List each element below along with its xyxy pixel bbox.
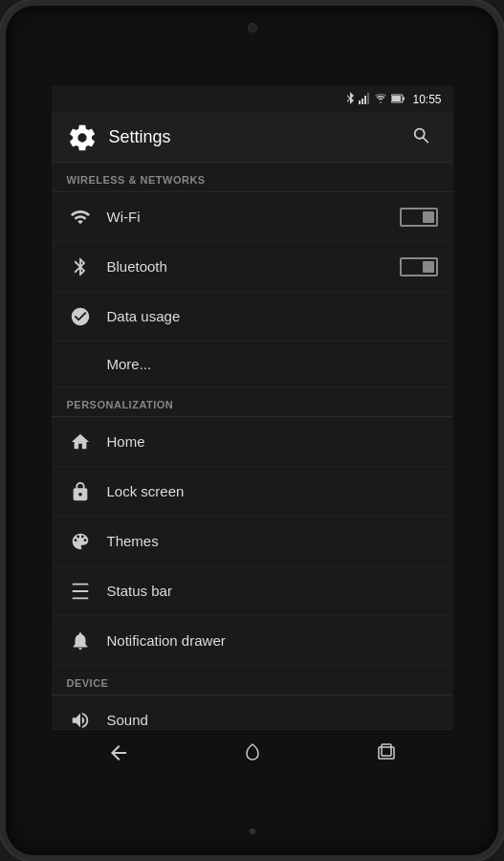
settings-item-home[interactable]: Home (52, 417, 453, 467)
signal-status-icon (359, 93, 370, 106)
home-icon (67, 429, 94, 455)
bottom-dot (250, 828, 255, 834)
wifi-status-icon (374, 94, 387, 105)
recents-button[interactable] (367, 734, 405, 772)
wifi-icon (67, 204, 94, 231)
lock-screen-icon (67, 478, 94, 505)
svg-rect-0 (359, 100, 361, 104)
bluetooth-toggle[interactable] (400, 257, 438, 276)
status-bar-label: Status bar (107, 583, 438, 599)
settings-item-wifi[interactable]: Wi-Fi (52, 192, 453, 242)
more-item[interactable]: More... (52, 342, 453, 387)
themes-label: Themes (107, 533, 438, 549)
section-header-personalization: PERSONALIZATION (52, 387, 453, 417)
settings-item-data-usage[interactable]: Data usage (52, 292, 453, 342)
notification-drawer-label: Notification drawer (107, 632, 438, 649)
themes-icon (67, 528, 94, 555)
back-icon (107, 741, 130, 764)
svg-rect-5 (403, 98, 405, 100)
wifi-label: Wi-Fi (107, 209, 400, 225)
battery-status-icon (391, 94, 405, 105)
sound-icon (67, 707, 94, 730)
nav-bar (52, 729, 453, 775)
time-display: 10:55 (412, 93, 441, 106)
settings-gear-icon (67, 122, 98, 153)
status-icons: 10:55 (345, 92, 441, 107)
svg-rect-2 (364, 96, 366, 104)
lock-screen-label: Lock screen (107, 483, 438, 499)
tablet-frame: 10:55 Settings WIRELESS & NETWORKS (0, 0, 504, 861)
settings-item-bluetooth[interactable]: Bluetooth (52, 242, 453, 292)
search-button[interactable] (405, 120, 438, 155)
bluetooth-icon (67, 254, 94, 280)
sound-label: Sound (107, 712, 438, 728)
data-usage-icon (67, 303, 94, 330)
data-usage-label: Data usage (107, 308, 438, 324)
app-bar-title: Settings (109, 127, 405, 147)
bluetooth-status-icon (345, 92, 355, 107)
screen: 10:55 Settings WIRELESS & NETWORKS (52, 86, 453, 775)
settings-item-sound[interactable]: Sound (52, 695, 453, 729)
app-bar: Settings (52, 113, 453, 163)
status-bar: 10:55 (52, 86, 453, 113)
recents-icon (375, 741, 398, 764)
back-button[interactable] (99, 734, 138, 772)
svg-rect-12 (382, 744, 391, 756)
notification-drawer-icon (67, 628, 94, 654)
section-header-wireless: WIRELESS & NETWORKS (52, 163, 453, 192)
home-nav-icon (241, 741, 264, 764)
svg-rect-6 (392, 96, 401, 101)
svg-rect-3 (367, 93, 369, 104)
home-button[interactable] (233, 734, 272, 772)
bluetooth-label: Bluetooth (107, 258, 400, 275)
wifi-toggle[interactable] (400, 208, 438, 227)
section-header-device: DEVICE (52, 666, 453, 695)
settings-item-themes[interactable]: Themes (52, 517, 453, 566)
settings-item-notification-drawer[interactable]: Notification drawer (52, 616, 453, 666)
more-label: More... (107, 356, 152, 372)
status-bar-icon (67, 578, 94, 605)
settings-item-status-bar[interactable]: Status bar (52, 566, 453, 616)
home-label: Home (107, 433, 438, 450)
svg-rect-1 (362, 99, 363, 104)
settings-content: WIRELESS & NETWORKS Wi-Fi Bluetooth (52, 163, 453, 729)
search-icon (411, 125, 432, 146)
settings-item-lock-screen[interactable]: Lock screen (52, 467, 453, 517)
